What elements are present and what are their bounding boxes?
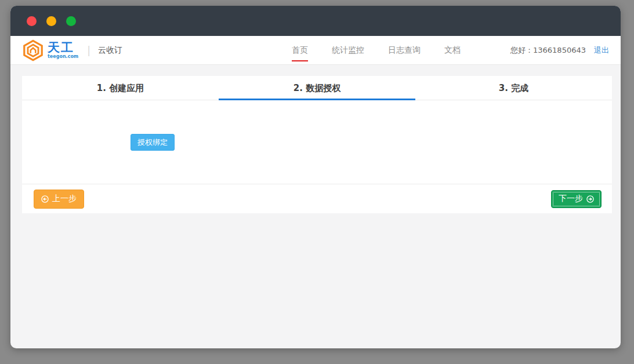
step-finish[interactable]: 3. 完成 xyxy=(415,76,612,100)
product-name: 云收订 xyxy=(98,45,122,56)
nav-link-logs[interactable]: 日志查询 xyxy=(388,39,421,61)
authorize-bind-button[interactable]: 授权绑定 xyxy=(131,134,175,151)
next-step-button[interactable]: 下一步 xyxy=(551,190,602,208)
wizard-footer: 上一步 下一步 xyxy=(22,184,612,213)
brand-name: 天工 xyxy=(48,42,78,54)
user-area: 您好：13661850643 退出 xyxy=(510,45,609,56)
nav-link-docs[interactable]: 文档 xyxy=(444,39,461,61)
nav-links: 首页 统计监控 日志查询 文档 xyxy=(292,39,461,61)
next-step-label: 下一步 xyxy=(559,194,583,204)
browser-window: 天工 teegon.com | 云收订 首页 统计监控 日志查询 文档 您好：1… xyxy=(10,6,621,348)
maximize-button[interactable] xyxy=(66,16,76,26)
step-data-authorization[interactable]: 2. 数据授权 xyxy=(219,76,415,100)
step-create-app[interactable]: 1. 创建应用 xyxy=(22,76,219,100)
teegon-logo[interactable]: 天工 teegon.com xyxy=(22,39,78,61)
nav-link-home[interactable]: 首页 xyxy=(292,39,308,61)
wizard-steps: 1. 创建应用 2. 数据授权 3. 完成 xyxy=(22,76,612,100)
logo-divider: | xyxy=(87,45,90,56)
window-titlebar xyxy=(10,6,621,36)
logout-link[interactable]: 退出 xyxy=(594,45,609,56)
previous-step-button[interactable]: 上一步 xyxy=(34,190,84,209)
wizard-panel: 1. 创建应用 2. 数据授权 3. 完成 授权绑定 上一步 下一步 xyxy=(22,76,612,213)
previous-step-label: 上一步 xyxy=(52,194,77,204)
close-button[interactable] xyxy=(27,16,37,26)
brand-domain: teegon.com xyxy=(48,54,78,59)
nav-link-monitoring[interactable]: 统计监控 xyxy=(332,39,364,61)
circle-arrow-right-icon xyxy=(586,195,594,203)
wizard-step-content: 授权绑定 xyxy=(22,100,612,184)
top-navbar: 天工 teegon.com | 云收订 首页 统计监控 日志查询 文档 您好：1… xyxy=(10,36,621,65)
teegon-hexagon-logo-icon xyxy=(22,39,44,61)
user-greeting: 您好：13661850643 xyxy=(510,45,586,56)
circle-arrow-left-icon xyxy=(41,195,49,203)
minimize-button[interactable] xyxy=(46,16,56,26)
